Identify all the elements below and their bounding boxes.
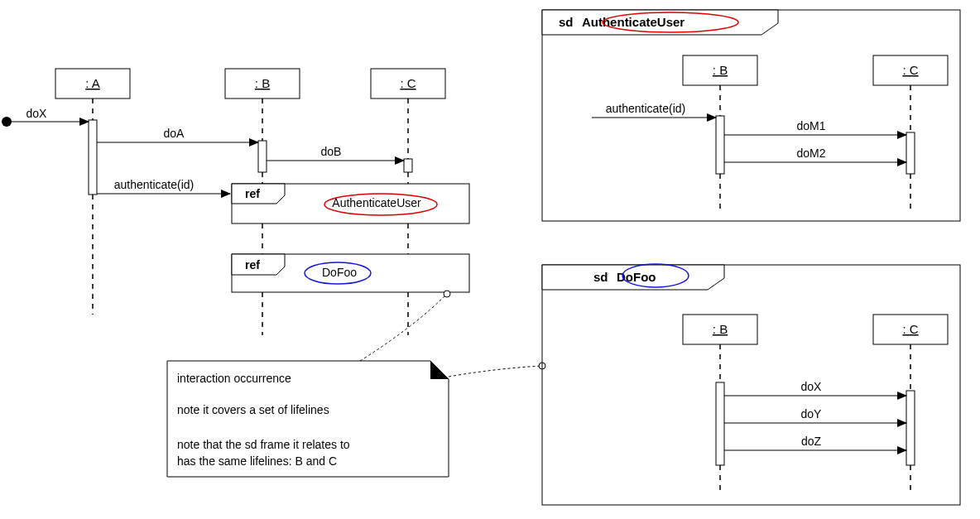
svg-rect-12 (404, 159, 412, 172)
sd-authenticateuser-frame: sd AuthenticateUser : B : C authenticate… (542, 10, 960, 221)
sd-dofoo-lifeline-b-label: : B (713, 322, 728, 336)
svg-rect-39 (906, 391, 915, 465)
note-line3a: note that the sd frame it relates to (177, 438, 350, 451)
svg-rect-29 (906, 132, 915, 174)
sd-dofoo-message-doz-label: doZ (801, 435, 822, 448)
message-dox-label: doX (26, 107, 48, 120)
message-doa-label: doA (164, 127, 185, 140)
ref-dofoo-fragment: ref DoFoo (232, 254, 469, 292)
sd-dofoo-message-dox-label: doX (801, 380, 823, 393)
svg-rect-6 (258, 141, 267, 172)
sd-auth-lifeline-b-label: : B (713, 63, 728, 77)
lifeline-a: : A (55, 69, 130, 315)
ref-dofoo-name: DoFoo (322, 266, 357, 279)
note-link-2 (449, 366, 542, 377)
message-dob-label: doB (321, 145, 342, 158)
message-authenticate-label: authenticate(id) (114, 178, 195, 191)
note-line3b: has the same lifelines: B and C (177, 454, 337, 468)
sd-dofoo-frame: sd DoFoo : B : C doX doY doZ (542, 264, 960, 505)
sd-dofoo-message-doy-label: doY (801, 407, 823, 420)
sd-auth-lifeline-c-label: : C (902, 63, 918, 77)
sd-prefix: sd (559, 15, 574, 29)
ref-auth-name: AuthenticateUser (332, 196, 421, 209)
note: interaction occurrence note it covers a … (167, 361, 449, 477)
svg-rect-21 (542, 10, 960, 221)
anchor-icon (444, 291, 450, 297)
uml-diagram: : A : B : C doX doA doB authenticate(id) (0, 0, 980, 519)
lifeline-a-label: : A (85, 76, 100, 90)
svg-rect-2 (89, 120, 97, 195)
found-message-origin-icon (2, 117, 12, 127)
note-line1: interaction occurrence (177, 372, 291, 385)
ref-label: ref (245, 187, 260, 200)
lifeline-c-label: : C (400, 76, 416, 90)
sd-auth-message-authenticate-label: authenticate(id) (606, 102, 686, 115)
svg-rect-25 (716, 116, 724, 174)
svg-rect-35 (716, 382, 724, 465)
svg-rect-31 (542, 265, 960, 505)
note-line2: note it covers a set of lifelines (177, 403, 329, 416)
sd-prefix: sd (593, 270, 608, 284)
ref-label: ref (245, 258, 260, 272)
lifeline-b-label: : B (255, 76, 270, 90)
ref-authenticate-user-fragment: ref AuthenticateUser (232, 184, 469, 223)
note-corner-icon (430, 361, 449, 379)
sd-auth-message-dom2-label: doM2 (796, 147, 825, 160)
sd-dofoo-lifeline-c-label: : C (902, 322, 918, 336)
main-sequence: : A : B : C doX doA doB authenticate(id) (2, 69, 545, 477)
sd-title-name: AuthenticateUser (582, 15, 685, 29)
note-link-1 (360, 294, 447, 361)
sd-auth-message-dom1-label: doM1 (796, 119, 825, 132)
